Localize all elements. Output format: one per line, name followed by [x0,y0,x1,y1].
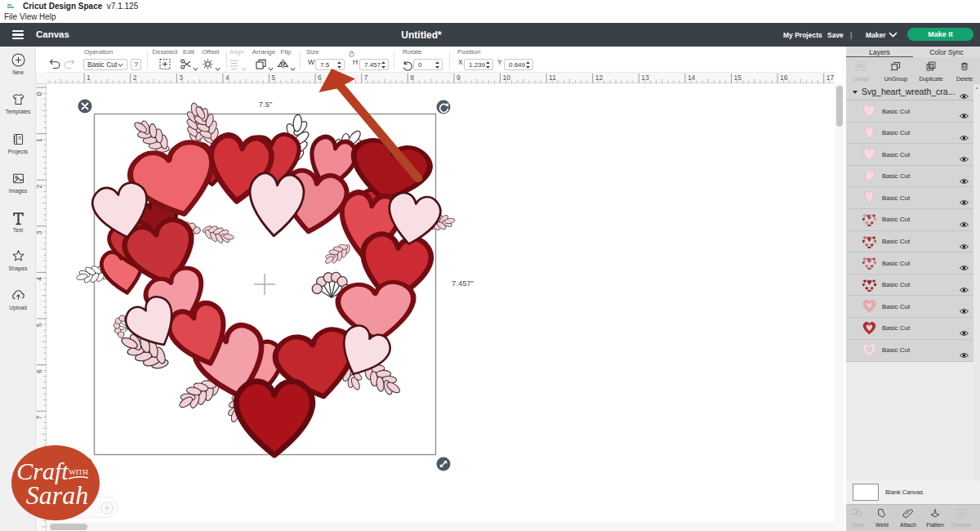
svg-text:1: 1 [36,138,43,142]
svg-text:6: 6 [36,369,43,373]
svg-text:3: 3 [36,230,43,234]
svg-text:WITH: WITH [69,468,88,476]
svg-text:7.457”: 7.457” [452,279,474,288]
svg-text:7: 7 [36,416,43,420]
svg-text:Sarah: Sarah [26,480,88,510]
svg-text:5: 5 [36,323,43,327]
svg-text:4: 4 [36,277,43,281]
svg-text:2: 2 [36,185,43,189]
svg-text:0: 0 [36,91,43,96]
svg-text:7.5”: 7.5” [259,100,272,109]
